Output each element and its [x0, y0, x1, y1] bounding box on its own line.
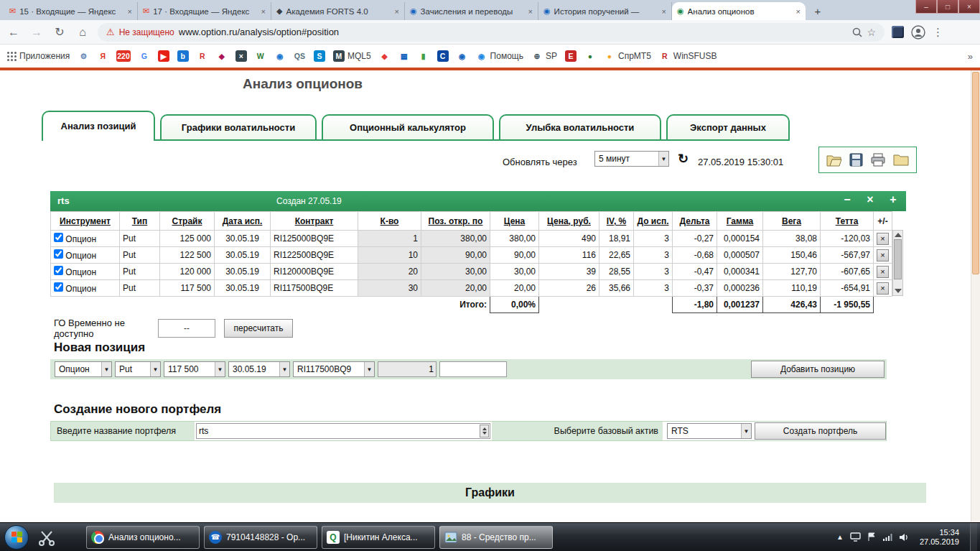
minimize-button[interactable]: – — [915, 0, 937, 14]
bookmark-item-sp[interactable]: ⊕SP — [531, 50, 557, 62]
monitor-icon[interactable] — [850, 532, 861, 542]
position-checkbox[interactable] — [54, 249, 63, 259]
add-position-button[interactable]: Добавить позицию — [751, 361, 885, 378]
bookmark-item[interactable]: G — [139, 50, 150, 62]
col-type[interactable]: Тип — [120, 212, 160, 231]
browser-tab-options-analysis[interactable]: ◉ Анализ опционов × — [672, 2, 806, 20]
bookmark-item[interactable]: ◆ — [379, 50, 391, 62]
start-button[interactable] — [4, 525, 29, 550]
instrument-select[interactable]: Опцион▼ — [55, 361, 112, 377]
refresh-now-icon[interactable]: ↻ — [678, 151, 689, 167]
browser-tab-mail-15[interactable]: ✉ 15 · Входящие — Яндекс × — [4, 2, 138, 20]
back-icon[interactable]: ← — [6, 26, 22, 39]
tab-close-icon[interactable]: × — [662, 7, 666, 16]
bookmark-item-sprmt5[interactable]: ●СпрМТ5 — [604, 50, 651, 62]
col-vega[interactable]: Вега — [763, 212, 821, 231]
tab-close-icon[interactable]: × — [796, 7, 801, 16]
volume-icon[interactable] — [899, 533, 909, 542]
bookmark-item[interactable]: C — [437, 50, 449, 62]
zoom-icon[interactable] — [852, 27, 862, 37]
scrollbar-thumb[interactable] — [894, 239, 902, 279]
taskbar-button-softphone[interactable]: ☎ 79104148828 - Op... — [204, 526, 317, 549]
col-expiry[interactable]: Дата исп. — [215, 212, 271, 231]
bookmark-item-winsfusb[interactable]: RWinSFUSB — [659, 50, 717, 62]
portfolio-name-input[interactable] — [196, 423, 490, 439]
strike-select[interactable]: 117 500▼ — [164, 361, 225, 377]
bookmark-item[interactable]: ▦ — [398, 50, 410, 62]
table-scrollbar[interactable] — [892, 230, 903, 296]
network-icon[interactable] — [882, 533, 892, 542]
chrome-menu-icon[interactable]: ⋮ — [933, 26, 943, 39]
bookmark-item[interactable]: 220 — [116, 50, 131, 62]
position-checkbox[interactable] — [54, 266, 63, 275]
browser-tab-transfers[interactable]: ◉ Зачисления и переводы × — [405, 2, 538, 20]
bookmark-star-icon[interactable]: ☆ — [867, 27, 876, 38]
col-days[interactable]: До исп. — [634, 212, 673, 231]
extension-icon[interactable] — [892, 26, 904, 38]
tab-volatility-charts[interactable]: Графики волатильности — [160, 114, 317, 139]
bookmark-item[interactable]: ▶ — [158, 50, 169, 62]
quantity-input[interactable] — [378, 361, 437, 377]
col-instrument[interactable]: Инструмент — [51, 212, 120, 231]
col-delta[interactable]: Дельта — [673, 212, 717, 231]
bookmarks-overflow-icon[interactable]: » — [968, 51, 973, 62]
delete-row-icon[interactable]: × — [877, 266, 889, 278]
page-scrollbar-thumb[interactable] — [972, 72, 979, 274]
bookmark-item[interactable]: ● — [584, 50, 596, 62]
bookmark-item[interactable]: Е — [565, 50, 577, 62]
bookmark-item[interactable]: × — [235, 50, 247, 62]
bookmark-item[interactable]: ▮ — [418, 50, 429, 62]
refresh-interval-select[interactable]: 5 минут ▼ — [594, 151, 669, 167]
col-theta[interactable]: Тетта — [821, 212, 874, 231]
open-file-icon[interactable] — [826, 154, 842, 167]
action-center-flag-icon[interactable] — [867, 532, 876, 542]
bookmark-item[interactable]: b — [177, 50, 189, 62]
scroll-up-icon[interactable] — [895, 233, 902, 237]
close-button[interactable]: × — [958, 0, 980, 14]
tab-close-icon[interactable]: × — [261, 7, 266, 16]
col-price[interactable]: Цена — [490, 212, 539, 231]
position-checkbox[interactable] — [54, 282, 63, 292]
taskbar-button-image-viewer[interactable]: 88 - Средство пр... — [439, 526, 553, 549]
type-select[interactable]: Put▼ — [115, 361, 161, 377]
contract-select[interactable]: RI117500BQ9▼ — [293, 361, 375, 377]
expiry-select[interactable]: 30.05.19▼ — [228, 361, 290, 377]
delete-row-icon[interactable]: × — [877, 249, 889, 261]
add-portfolio-icon[interactable]: + — [886, 193, 900, 206]
tab-position-analysis[interactable]: Анализ позиций — [42, 111, 155, 139]
browser-tab-mail-17[interactable]: ✉ 17 · Входящие — Яндекс × — [138, 2, 271, 20]
profile-icon[interactable] — [911, 25, 925, 40]
pinned-app-button[interactable] — [33, 525, 60, 550]
base-asset-select[interactable]: RTS▼ — [667, 423, 752, 439]
bookmark-item[interactable]: QS — [294, 50, 306, 62]
bookmark-item-help[interactable]: ◉Помощь — [476, 50, 523, 62]
bookmark-item[interactable]: ◉ — [457, 50, 468, 62]
bookmark-item[interactable]: ◉ — [274, 50, 286, 62]
delete-row-icon[interactable]: × — [877, 282, 889, 295]
col-gamma[interactable]: Гамма — [717, 212, 763, 231]
show-desktop-button[interactable] — [970, 523, 977, 551]
bookmark-item[interactable]: S — [314, 50, 325, 62]
browser-tab-orders[interactable]: ◉ История поручений — × — [538, 2, 672, 20]
url-text[interactable]: www.option.ru/analysis/option#position — [179, 27, 849, 37]
col-iv[interactable]: IV, % — [599, 212, 634, 231]
col-price-rub[interactable]: Цена, руб. — [539, 212, 599, 231]
col-strike[interactable]: Страйк — [160, 212, 215, 231]
tab-volatility-smile[interactable]: Улыбка волатильности — [499, 114, 661, 139]
browser-tab-forts[interactable]: ◆ Академия FORTS 4.0 × — [271, 2, 405, 20]
bookmark-item[interactable]: ⚙ — [78, 50, 89, 62]
tab-option-calculator[interactable]: Опционный калькулятор — [322, 114, 494, 139]
security-label[interactable]: Не защищено — [119, 27, 174, 37]
apps-shortcut[interactable]: Приложения — [7, 51, 70, 61]
forward-icon[interactable]: → — [29, 26, 45, 39]
bookmark-item[interactable]: R — [197, 50, 208, 62]
input-spinner[interactable] — [480, 425, 489, 437]
tray-expand-icon[interactable]: ▲ — [836, 533, 844, 541]
taskbar-clock[interactable]: 15:34 27.05.2019 — [915, 528, 963, 547]
tab-close-icon[interactable]: × — [395, 7, 399, 16]
bookmark-item[interactable]: ◆ — [216, 50, 228, 62]
col-pos-open[interactable]: Поз. откр. по — [421, 212, 490, 231]
delete-portfolio-icon[interactable]: × — [863, 193, 877, 206]
position-checkbox[interactable] — [54, 233, 63, 242]
recalculate-button[interactable]: пересчитать — [224, 319, 293, 338]
